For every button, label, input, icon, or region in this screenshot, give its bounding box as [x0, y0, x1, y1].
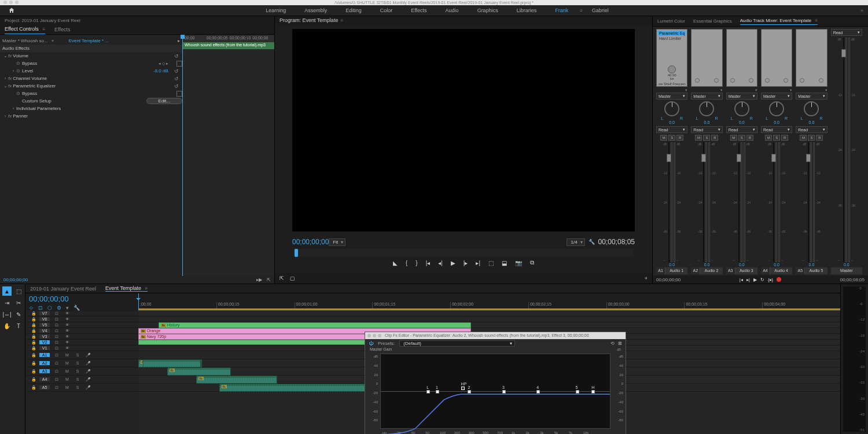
slip-tool-icon[interactable]: |↔|: [2, 310, 12, 319]
wrench-icon[interactable]: 🔧: [589, 239, 595, 245]
mixer-tc-left[interactable]: 00;00;00;00: [656, 277, 681, 282]
preset-select[interactable]: (Default): [399, 340, 515, 347]
record-button[interactable]: R: [781, 135, 788, 141]
lift-icon[interactable]: ⬚: [488, 260, 494, 266]
fader-db-value[interactable]: 0.0: [844, 263, 849, 267]
automation-select[interactable]: Read▾: [656, 126, 687, 133]
fader[interactable]: [808, 142, 809, 262]
prop-individual-params[interactable]: Individual Parameters: [16, 106, 182, 111]
eye-icon[interactable]: 👁: [64, 346, 71, 350]
resolution-select[interactable]: 1/4: [567, 238, 584, 246]
audio-track-header[interactable]: 🔒A2⊡MS🎤: [25, 359, 138, 367]
video-track-header[interactable]: 🔒V2⊡👁: [25, 340, 138, 345]
track-label[interactable]: V5: [39, 323, 50, 327]
tab-effect-controls[interactable]: Effect Controls ≡: [5, 24, 45, 34]
video-track-header[interactable]: 🔒V4⊡👁: [25, 328, 138, 334]
loop-icon[interactable]: ↻: [760, 277, 764, 282]
eye-icon[interactable]: 👁: [64, 311, 71, 315]
go-out-icon[interactable]: ▸|: [476, 260, 480, 266]
record-icon[interactable]: [777, 277, 781, 282]
export-frame-icon[interactable]: ⇱: [279, 275, 284, 281]
fx-knob[interactable]: [800, 78, 804, 83]
fx-knob[interactable]: [695, 78, 700, 83]
fx-slot[interactable]: [796, 29, 827, 87]
track-label[interactable]: A5: [39, 385, 50, 389]
lock-icon[interactable]: 🔒: [31, 317, 36, 322]
lock-icon[interactable]: 🔒: [31, 340, 36, 345]
lock-icon[interactable]: 🔒: [31, 377, 36, 382]
pan-knob[interactable]: [664, 101, 679, 116]
solo-button[interactable]: S: [808, 135, 815, 141]
track-name[interactable]: A1Audio 1: [656, 267, 687, 274]
solo-icon[interactable]: S: [74, 377, 81, 381]
selection-tool-icon[interactable]: ▲: [2, 286, 12, 296]
master-clip-label[interactable]: Master * Whoosh so...: [2, 38, 48, 43]
snap-icon[interactable]: ⊹: [29, 305, 34, 311]
fader[interactable]: [773, 142, 774, 262]
lock-icon[interactable]: 🔒: [31, 346, 36, 351]
fader-db-value[interactable]: 0.0: [809, 263, 815, 267]
fx-knob[interactable]: [668, 65, 676, 73]
tab-sequence[interactable]: Event Template ≡: [105, 285, 148, 292]
track-label[interactable]: V2: [39, 340, 50, 344]
fx-volume[interactable]: Volume: [13, 53, 182, 58]
track-label[interactable]: A4: [39, 377, 50, 381]
lock-icon[interactable]: 🔒: [31, 361, 36, 366]
timeline-playhead[interactable]: [138, 293, 139, 310]
lock-icon[interactable]: 🔒: [31, 334, 36, 339]
toggle-output-icon[interactable]: ⊡: [53, 311, 60, 316]
tab-lumetri[interactable]: Lumetri Color: [657, 19, 685, 24]
add-button-icon[interactable]: +: [645, 275, 648, 281]
lock-icon[interactable]: 🔒: [31, 369, 36, 374]
toggle-output-icon[interactable]: ⊡: [53, 334, 60, 339]
video-track-header[interactable]: 🔒V6⊡👁: [25, 317, 138, 322]
pan-value[interactable]: 0.0: [739, 120, 745, 124]
fx-insert-name[interactable]: Parametric Eq: [658, 31, 686, 36]
bypass-checkbox[interactable]: [176, 61, 182, 67]
toggle-icon[interactable]: {▸}: [768, 277, 773, 282]
output-route-select[interactable]: Master▾: [761, 93, 792, 100]
fader-db-value[interactable]: 0.0: [739, 263, 745, 267]
ws-graphics[interactable]: Graphics: [468, 8, 507, 13]
timeline-clip[interactable]: fxHistory: [159, 322, 471, 328]
compare-icon[interactable]: ⧉: [530, 259, 534, 266]
toggle-output-icon[interactable]: ⊡: [53, 346, 60, 351]
eye-icon[interactable]: 👁: [64, 334, 71, 339]
video-track-header[interactable]: 🔒V5⊡👁: [25, 322, 138, 328]
fx-slot[interactable]: Parametric EqHard Limiter40.00Hzow Shelf…: [656, 29, 687, 87]
mixer-tc-right[interactable]: 00;00;08;05: [840, 277, 865, 282]
solo-icon[interactable]: S: [74, 361, 81, 365]
safe-margins-icon[interactable]: ▢: [290, 275, 295, 281]
tab-effects[interactable]: Effects: [54, 25, 70, 34]
ws-frank[interactable]: Frank: [546, 8, 578, 13]
close-icon[interactable]: ⊠: [618, 341, 622, 346]
mute-button[interactable]: M: [695, 135, 702, 141]
fader-db-value[interactable]: 0.0: [669, 263, 675, 267]
mute-icon[interactable]: M: [64, 361, 71, 365]
track-label[interactable]: A3: [39, 369, 50, 373]
mute-icon[interactable]: M: [64, 369, 71, 373]
tab-audio-mixer[interactable]: Audio Track Mixer: Event Template ≡: [740, 18, 818, 25]
solo-icon[interactable]: S: [74, 369, 81, 373]
pan-value[interactable]: 0.0: [774, 120, 779, 124]
fader-db-value[interactable]: 0.0: [704, 263, 710, 267]
audio-track-header[interactable]: 🔒A4⊡MS🎤: [25, 376, 138, 384]
solo-icon[interactable]: S: [74, 353, 81, 357]
reset-icon[interactable]: ↺: [174, 68, 179, 74]
timeline-ruler[interactable]: ;00;0000;00;00;1500;00;01;0000;00;01;150…: [138, 293, 840, 311]
pan-knob[interactable]: [734, 101, 749, 116]
twirl-icon[interactable]: ›: [10, 68, 16, 73]
output-route-select[interactable]: Master▾: [691, 93, 722, 100]
go-in-icon[interactable]: |◂: [740, 277, 743, 282]
fader[interactable]: [668, 142, 670, 262]
automation-select[interactable]: Read▾: [691, 126, 722, 133]
traffic-lights[interactable]: [3, 1, 19, 4]
fader[interactable]: [738, 142, 740, 262]
type-tool-icon[interactable]: T: [14, 321, 23, 330]
reset-icon[interactable]: ↺: [174, 76, 179, 82]
tab-essential-graphics[interactable]: Essential Graphics: [693, 19, 732, 24]
ec-timecode[interactable]: 00;00;00;00: [3, 277, 28, 282]
toggle-output-icon[interactable]: ⊡: [53, 385, 60, 390]
toggle-output-icon[interactable]: ⊡: [53, 361, 60, 366]
eye-icon[interactable]: 👁: [64, 340, 71, 344]
